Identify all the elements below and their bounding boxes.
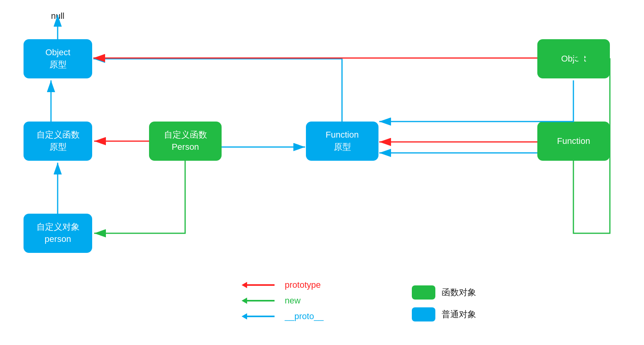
legend-prototype: prototype xyxy=(243,280,324,290)
node-custom-person-obj: 自定义对象 person xyxy=(24,214,92,253)
legend2-green-box xyxy=(412,285,435,300)
node-object-func: Object xyxy=(537,39,610,78)
legend-prototype-label: prototype xyxy=(285,280,321,290)
legend-new: new xyxy=(243,296,324,306)
legend-proto-label: __proto__ xyxy=(285,311,324,321)
legend2-normal-object: 普通对象 xyxy=(412,307,476,321)
node-object-prototype: Object 原型 xyxy=(24,39,92,78)
legend2-normal-label: 普通对象 xyxy=(442,309,476,320)
legend: prototype new __proto__ xyxy=(243,280,324,321)
null-label: null xyxy=(51,11,64,21)
diagram: null Object 原型 自定义函数 原型 自定义对象 person 自定义… xyxy=(0,0,644,345)
node-function-prototype: Function 原型 xyxy=(306,122,378,161)
legend2-blue-box xyxy=(412,307,435,321)
legend2: 函数对象 普通对象 xyxy=(412,285,476,321)
legend-new-label: new xyxy=(285,296,300,306)
legend2-func-label: 函数对象 xyxy=(442,287,476,298)
node-custom-person-func: 自定义函数 Person xyxy=(149,122,222,161)
node-custom-prototype: 自定义函数 原型 xyxy=(24,122,92,161)
legend2-func-object: 函数对象 xyxy=(412,285,476,300)
legend-proto: __proto__ xyxy=(243,311,324,321)
node-function-func: Function xyxy=(537,122,610,161)
